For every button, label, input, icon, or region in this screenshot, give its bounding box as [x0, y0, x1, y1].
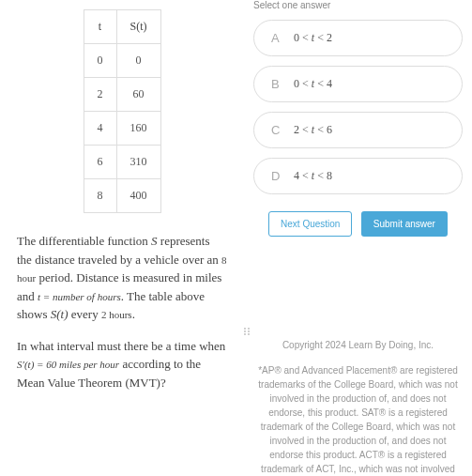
- svg-point-0: [244, 328, 246, 330]
- table-row: 0 0: [84, 44, 160, 78]
- svg-point-5: [248, 333, 250, 335]
- cell-t: 8: [84, 179, 116, 213]
- svg-point-4: [244, 333, 246, 335]
- svg-point-2: [244, 330, 246, 332]
- answer-text: 0 < t < 2: [294, 31, 332, 45]
- next-question-button[interactable]: Next Question: [268, 211, 352, 237]
- answer-text: 4 < t < 8: [294, 169, 332, 183]
- select-prompt: Select one answer: [253, 0, 463, 10]
- cell-t: 0: [84, 44, 116, 78]
- answer-letter: A: [271, 31, 294, 45]
- answer-text: 0 < t < 4: [294, 77, 332, 91]
- answer-option-b[interactable]: B 0 < t < 4: [253, 66, 463, 102]
- table-row: 2 60: [84, 78, 160, 112]
- answer-option-d[interactable]: D 4 < t < 8: [253, 158, 463, 194]
- copyright-text: Copyright 2024 Learn By Doing, Inc.: [253, 340, 463, 350]
- answer-option-c[interactable]: C 2 < t < 6: [253, 112, 463, 148]
- action-buttons: Next Question Submit answer: [253, 211, 463, 237]
- disclaimer-text: *AP® and Advanced Placement® are registe…: [253, 363, 463, 476]
- answer-letter: D: [271, 169, 294, 183]
- cell-t: 6: [84, 146, 116, 179]
- question-paragraph-2: In what interval must there be a time wh…: [17, 337, 227, 392]
- answer-option-a[interactable]: A 0 < t < 2: [253, 20, 463, 56]
- answer-panel: Select one answer A 0 < t < 2 B 0 < t < …: [244, 0, 472, 476]
- table-header-st: S(t): [116, 10, 160, 44]
- table-row: 4 160: [84, 112, 160, 146]
- cell-s: 310: [116, 146, 160, 179]
- table-row: 8 400: [84, 179, 160, 213]
- cell-s: 400: [116, 179, 160, 213]
- svg-point-1: [248, 328, 250, 330]
- answer-letter: C: [271, 123, 294, 137]
- cell-t: 2: [84, 78, 116, 112]
- submit-answer-button[interactable]: Submit answer: [361, 211, 448, 237]
- resize-handle-icon[interactable]: [242, 327, 251, 336]
- table-header-t: t: [84, 10, 116, 44]
- table-row: 6 310: [84, 146, 160, 179]
- cell-s: 160: [116, 112, 160, 146]
- cell-s: 60: [116, 78, 160, 112]
- answer-letter: B: [271, 77, 294, 91]
- question-panel: t S(t) 0 0 2 60 4 160 6: [0, 0, 244, 476]
- cell-t: 4: [84, 112, 116, 146]
- question-paragraph-1: The differentiable function S represents…: [17, 232, 227, 324]
- data-table: t S(t) 0 0 2 60 4 160 6: [84, 9, 161, 213]
- svg-point-3: [248, 330, 250, 332]
- answer-text: 2 < t < 6: [294, 123, 332, 137]
- cell-s: 0: [116, 44, 160, 78]
